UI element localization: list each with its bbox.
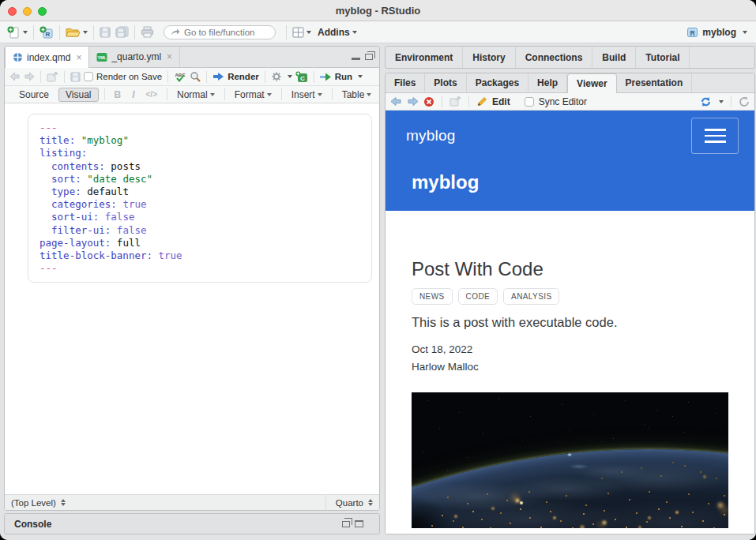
category-badge[interactable]: ANALYSIS [503, 288, 559, 305]
svg-text:C: C [300, 74, 305, 81]
refresh-icon[interactable] [739, 96, 750, 107]
visual-mode-button[interactable]: Visual [58, 88, 98, 102]
quarto-icon [13, 52, 23, 62]
back-icon[interactable] [9, 72, 21, 81]
zoom-window-button[interactable] [38, 7, 47, 16]
tab-quarto-yml[interactable]: YML _quarto.yml × [89, 47, 180, 67]
spellcheck-icon[interactable]: ABC [174, 71, 186, 83]
save-icon [100, 27, 111, 38]
environment-pane: EnvironmentHistoryConnectionsBuildTutori… [385, 46, 755, 69]
tab[interactable]: Viewer [567, 73, 616, 93]
save-icon[interactable] [70, 72, 81, 82]
open-folder-icon [66, 26, 81, 38]
category-badge[interactable]: NEWS [412, 288, 453, 305]
tab[interactable]: History [463, 47, 515, 68]
filetype-indicator[interactable]: Quarto [336, 498, 363, 508]
code-button[interactable]: </> [142, 90, 161, 99]
yaml-code-block[interactable]: ---title: "myblog"listing: contents: pos… [28, 114, 372, 283]
editor-content[interactable]: ---title: "myblog"listing: contents: pos… [5, 103, 379, 494]
goto-placeholder: Go to file/function [184, 28, 255, 37]
insert-dropdown[interactable]: Insert [288, 89, 326, 100]
paragraph-style-dropdown[interactable]: Normal [173, 89, 219, 100]
tab[interactable]: Plots [425, 73, 466, 92]
popout-icon[interactable] [47, 72, 58, 82]
addins-button[interactable]: Addins [314, 27, 360, 38]
tab[interactable]: Build [592, 47, 636, 68]
pane-layout-button[interactable] [291, 25, 313, 39]
print-button[interactable] [139, 24, 156, 39]
save-button[interactable] [98, 25, 112, 39]
back-icon[interactable] [390, 96, 402, 107]
scope-indicator[interactable]: (Top Level) [11, 498, 56, 508]
workspace: index.qmd × YML _quarto.yml × [0, 43, 756, 540]
tab[interactable]: Files [386, 73, 425, 92]
maximize-pane-icon[interactable] [355, 520, 363, 527]
tab-index-qmd[interactable]: index.qmd × [5, 47, 89, 68]
sync-editor-label: Sync Editor [539, 96, 587, 107]
print-icon [141, 26, 154, 38]
source-mode-button[interactable]: Source [13, 88, 55, 101]
hamburger-menu-button[interactable] [691, 118, 739, 154]
svg-text:R: R [690, 28, 695, 36]
svg-text:R: R [46, 30, 51, 37]
bold-button[interactable]: B [111, 89, 126, 100]
insert-label: Insert [291, 89, 315, 100]
code-line: categories: true [39, 198, 360, 211]
blog-brand[interactable]: myblog [406, 127, 455, 144]
forward-icon[interactable] [24, 72, 35, 81]
environment-tabbar: EnvironmentHistoryConnectionsBuildTutori… [386, 47, 754, 68]
project-menu-button[interactable]: R myblog [683, 27, 750, 38]
edit-pencil-icon[interactable] [476, 96, 487, 107]
format-label: Format [235, 89, 265, 100]
close-tab-icon[interactable]: × [167, 51, 172, 62]
goto-file-input[interactable]: Go to file/function [164, 25, 276, 39]
minimize-window-button[interactable] [23, 7, 32, 16]
format-dropdown[interactable]: Format [231, 89, 276, 100]
editor-statusbar: (Top Level) Quarto [5, 494, 379, 510]
post-author: Harlow Malloc [412, 361, 728, 373]
tab[interactable]: Connections [516, 47, 593, 68]
traffic-lights [8, 7, 47, 16]
edit-button[interactable]: Edit [492, 96, 510, 107]
search-icon[interactable] [190, 71, 201, 82]
render-button[interactable]: Render [228, 72, 259, 81]
sync-icon[interactable] [700, 96, 712, 107]
render-icon[interactable] [213, 72, 224, 81]
insert-chunk-icon[interactable]: C [295, 71, 308, 83]
new-project-button[interactable]: R [38, 24, 55, 40]
console-title[interactable]: Console [14, 519, 51, 530]
maximize-pane-icon[interactable] [365, 54, 373, 60]
tab[interactable]: Tutorial [636, 47, 690, 68]
viewer-tabbar: FilesPlotsPackagesHelpViewerPresentation [386, 73, 754, 93]
save-all-button[interactable] [114, 24, 130, 39]
code-line: filter-ui: false [39, 224, 360, 237]
post-hero-image [412, 392, 728, 528]
viewer-pane: FilesPlotsPackagesHelpViewerPresentation [385, 73, 755, 534]
tab[interactable]: Help [528, 73, 567, 92]
gear-icon[interactable] [271, 71, 282, 82]
yml-icon: YML [96, 52, 107, 62]
sync-editor-checkbox[interactable] [525, 97, 534, 107]
run-button[interactable]: Run [335, 72, 352, 81]
italic-button[interactable]: I [128, 89, 138, 100]
run-icon[interactable] [320, 73, 332, 81]
tab[interactable]: Environment [386, 47, 463, 68]
category-badge[interactable]: CODE [458, 288, 498, 305]
svg-text:YML: YML [98, 55, 107, 60]
tab[interactable]: Packages [467, 73, 528, 92]
minimize-pane-icon[interactable] [352, 54, 360, 60]
stop-icon[interactable] [423, 96, 434, 107]
tab[interactable]: Presentation [617, 73, 693, 92]
close-window-button[interactable] [8, 7, 17, 16]
restore-pane-icon[interactable] [342, 521, 350, 527]
post-description: This is a post with executable code. [412, 315, 728, 330]
render-on-save-checkbox[interactable] [84, 72, 93, 81]
new-file-button[interactable] [6, 24, 29, 40]
popout-icon[interactable] [449, 96, 461, 107]
forward-icon[interactable] [407, 96, 419, 107]
open-file-button[interactable] [64, 24, 89, 39]
table-dropdown[interactable]: Table [338, 89, 376, 100]
close-tab-icon[interactable]: × [76, 52, 81, 63]
editor-tabbar: index.qmd × YML _quarto.yml × [5, 47, 379, 68]
new-file-icon [7, 26, 21, 39]
